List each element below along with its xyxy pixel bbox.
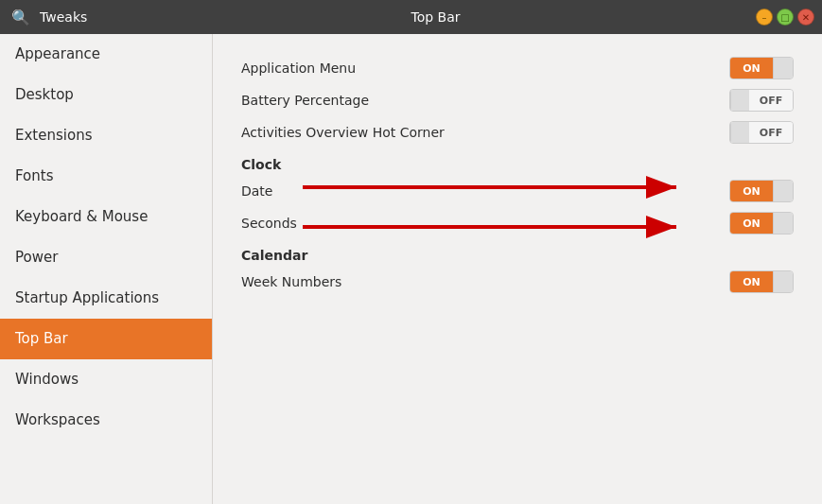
window-title: Top Bar (115, 9, 756, 25)
toggle-on-label: ON (730, 271, 774, 292)
sidebar-item-fonts[interactable]: Fonts (0, 156, 212, 197)
sidebar-item-startup-applications[interactable]: Startup Applications (0, 278, 212, 319)
toggle-thumb (774, 58, 793, 78)
section-heading-calendar: Calendar (241, 248, 794, 263)
toggle-on-label: ON (730, 213, 774, 234)
toggle-date[interactable]: ON (729, 180, 794, 202)
toggle-thumb (730, 122, 749, 143)
toggle-battery-percentage[interactable]: OFF (729, 89, 794, 112)
content-panel: Application Menu ON Battery Percentage O… (213, 34, 822, 504)
section-heading-clock: Clock (241, 157, 794, 172)
minimize-button[interactable]: – (756, 9, 773, 26)
titlebar: 🔍 Tweaks Top Bar – □ ✕ (0, 0, 822, 34)
toggle-on-label: ON (730, 181, 774, 201)
row-application-menu: Application Menu ON (241, 57, 794, 79)
row-date: Date ON (241, 180, 794, 202)
label-date: Date (241, 183, 272, 199)
toggle-thumb (774, 271, 793, 292)
search-icon[interactable]: 🔍 (8, 4, 34, 30)
toggle-off-label: OFF (749, 122, 793, 143)
label-battery-percentage: Battery Percentage (241, 93, 369, 108)
toggle-activities-overview[interactable]: OFF (729, 121, 794, 144)
sidebar-item-windows[interactable]: Windows (0, 359, 212, 400)
maximize-button[interactable]: □ (777, 9, 794, 26)
sidebar-item-top-bar[interactable]: Top Bar (0, 319, 212, 359)
sidebar-item-power[interactable]: Power (0, 237, 212, 278)
toggle-off-label: OFF (749, 90, 793, 111)
toggle-on-label: ON (730, 58, 774, 78)
sidebar-item-extensions[interactable]: Extensions (0, 115, 212, 156)
toggle-thumb (730, 90, 749, 111)
row-week-numbers: Week Numbers ON (241, 270, 794, 293)
label-activities-overview: Activities Overview Hot Corner (241, 125, 445, 140)
sidebar-item-appearance[interactable]: Appearance (0, 34, 212, 75)
toggle-thumb (774, 181, 793, 201)
row-activities-overview: Activities Overview Hot Corner OFF (241, 121, 794, 144)
toggle-application-menu[interactable]: ON (729, 57, 794, 79)
row-battery-percentage: Battery Percentage OFF (241, 89, 794, 112)
toggle-seconds[interactable]: ON (729, 212, 794, 235)
sidebar-item-workspaces[interactable]: Workspaces (0, 400, 212, 441)
main-layout: Appearance Desktop Extensions Fonts Keyb… (0, 34, 822, 504)
label-application-menu: Application Menu (241, 61, 356, 76)
toggle-week-numbers[interactable]: ON (729, 270, 794, 293)
sidebar: Appearance Desktop Extensions Fonts Keyb… (0, 34, 213, 504)
label-seconds: Seconds (241, 216, 297, 231)
sidebar-item-desktop[interactable]: Desktop (0, 75, 212, 115)
toggle-thumb (774, 213, 793, 234)
app-name: Tweaks (40, 9, 115, 25)
label-week-numbers: Week Numbers (241, 274, 341, 289)
row-seconds: Seconds ON (241, 212, 794, 235)
close-button[interactable]: ✕ (797, 9, 814, 26)
sidebar-item-keyboard-mouse[interactable]: Keyboard & Mouse (0, 197, 212, 237)
window-controls: – □ ✕ (756, 9, 814, 26)
